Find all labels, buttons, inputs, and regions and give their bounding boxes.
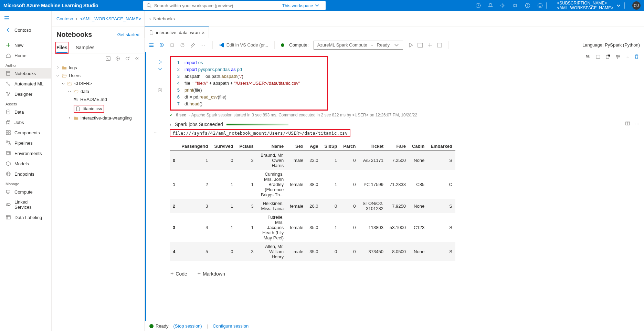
back-link[interactable]: Contoso <box>0 25 51 35</box>
file-tab[interactable]: interactive_data_wran× <box>145 27 209 38</box>
run-icon[interactable] <box>408 42 413 48</box>
nav-jobs[interactable]: Jobs <box>0 117 51 127</box>
smile-icon[interactable] <box>537 3 543 8</box>
chevron-down-icon[interactable] <box>158 66 162 71</box>
nav-home[interactable]: Home <box>0 50 51 61</box>
file-icon <box>76 106 81 111</box>
svg-rect-22 <box>6 141 8 142</box>
new-button[interactable]: New <box>0 40 51 50</box>
search-input[interactable] <box>154 3 282 8</box>
status-ready: Ready <box>156 323 169 329</box>
breadcrumb-link[interactable]: <AML_WORKSPACE_NAME> <box>80 16 141 21</box>
nav-data[interactable]: Data <box>0 107 51 117</box>
nav-compute[interactable]: Compute <box>0 187 51 197</box>
svg-point-11 <box>7 82 8 83</box>
tree-file-titanic[interactable]: titanic.csv <box>54 103 142 114</box>
variable-icon[interactable] <box>437 42 442 48</box>
tab-files[interactable]: Files <box>56 43 67 53</box>
stop-session-link[interactable]: (Stop session) <box>173 323 202 329</box>
menu-icon[interactable] <box>149 42 154 48</box>
nav-models[interactable]: Models <box>0 158 51 169</box>
popout-icon[interactable] <box>605 54 611 59</box>
delete-icon[interactable] <box>634 54 639 59</box>
tree-folder-user[interactable]: <USER> <box>54 80 142 87</box>
add-file-icon[interactable] <box>115 56 120 61</box>
clear-icon[interactable] <box>190 42 196 48</box>
table-header: SibSp <box>321 142 340 151</box>
tree-folder-users[interactable]: Users <box>54 72 142 80</box>
table-header: Name <box>257 142 287 151</box>
table-header: Pclass <box>236 142 256 151</box>
hamburger-icon[interactable] <box>0 13 51 25</box>
status-footer: Ready (Stop session) | Configure session <box>145 321 644 331</box>
markdown-icon[interactable]: M↓ <box>585 54 591 59</box>
panel-tabs: Files Samples <box>52 43 144 53</box>
nav-notebooks[interactable]: Notebooks <box>0 68 51 79</box>
language-selector[interactable]: Language: PySpark (Python) <box>582 42 640 48</box>
nav-designer[interactable]: Designer <box>0 89 51 99</box>
table-row: 4503Allen, Mr. William Henrymale35.00037… <box>170 242 455 261</box>
table-row: 0103Braund, Mr. Owen Harrismale22.010A/5… <box>170 151 455 170</box>
code-editor[interactable]: 1import os 2import pyspark.pandas as pd … <box>170 56 328 111</box>
tree-folder-logs[interactable]: logs <box>54 64 142 72</box>
more-icon[interactable]: ··· <box>154 130 158 135</box>
get-started-link[interactable]: Get started <box>117 32 139 37</box>
open-terminal-icon[interactable] <box>106 56 110 61</box>
notebook-content: › Notebooks interactive_data_wran× ··· E… <box>145 11 644 331</box>
search-scope[interactable]: This workspace <box>282 3 322 8</box>
more-icon[interactable]: ··· <box>200 42 206 48</box>
workspace-search[interactable]: This workspace <box>143 1 326 10</box>
nav-environments[interactable]: Environments <box>0 148 51 158</box>
table-row: 1211Cumings, Mrs. John Bradley (Florence… <box>170 170 455 199</box>
tree-file-readme[interactable]: M↓README.md <box>54 95 142 103</box>
add-markdown-button[interactable]: +Markdown <box>198 271 225 277</box>
tab-samples[interactable]: Samples <box>76 43 94 53</box>
nav-endpoints[interactable]: Endpoints <box>0 169 51 179</box>
gear-icon[interactable] <box>500 3 506 8</box>
nav-pipelines[interactable]: Pipelines <box>0 138 51 148</box>
collapse-icon[interactable] <box>135 56 139 61</box>
breadcrumb-link[interactable]: Contoso <box>56 16 73 21</box>
table-header: Fare <box>387 142 409 151</box>
workspace-switcher[interactable]: <SUBSCRIPTION_NAME> <AML_WORKSPACE_NAME> <box>557 1 613 10</box>
table-icon[interactable] <box>625 121 630 126</box>
stop-icon[interactable] <box>169 42 175 48</box>
table-row: 3411Futrelle, Mrs. Jacques Heath (Lily M… <box>170 213 455 242</box>
clock-icon[interactable] <box>475 3 481 8</box>
restart-icon[interactable] <box>180 42 185 48</box>
compute-label: Compute: <box>289 42 308 48</box>
spark-jobs-row[interactable]: › Spark jobs Succeeded ··· <box>170 120 640 129</box>
refresh-icon[interactable] <box>125 56 130 61</box>
svg-rect-25 <box>7 152 10 154</box>
terminal-icon[interactable] <box>418 42 423 48</box>
compute-selector[interactable]: AzureML Spark Compute-Ready <box>314 41 403 50</box>
section-manage: Manage <box>0 179 51 187</box>
section-assets: Assets <box>0 99 51 107</box>
exec-info: ✓6 sec - Apache Spark session started in… <box>170 113 640 117</box>
more-icon[interactable]: ··· <box>635 121 639 126</box>
bell-icon[interactable] <box>488 3 493 8</box>
user-avatar[interactable]: CU <box>632 1 641 10</box>
nav-components[interactable]: Components <box>0 127 51 138</box>
edit-vscode-button[interactable]: Edit in VS Code (pr... <box>219 42 268 48</box>
nav-automl[interactable]: Automated ML <box>0 79 51 89</box>
folder-icon <box>62 65 67 70</box>
plus-icon[interactable] <box>427 42 433 48</box>
run-cell-icon[interactable] <box>158 60 162 64</box>
run-all-icon[interactable] <box>159 42 165 48</box>
megaphone-icon[interactable] <box>513 3 518 8</box>
view-icon[interactable] <box>595 54 601 59</box>
add-code-button[interactable]: +Code <box>170 271 187 277</box>
top-bar: Microsoft Azure Machine Learning Studio … <box>0 0 644 11</box>
help-icon[interactable]: ? <box>525 3 530 8</box>
configure-session-link[interactable]: Configure session <box>213 323 249 329</box>
more-icon[interactable]: ··· <box>625 54 629 59</box>
settings-icon[interactable] <box>615 54 621 59</box>
table-header: Ticket <box>359 142 387 151</box>
tree-folder-idw[interactable]: interactive-data-wrangling <box>54 114 142 122</box>
svg-rect-37 <box>596 55 600 58</box>
close-icon[interactable]: × <box>202 30 204 35</box>
nav-labeling[interactable]: Data Labeling <box>0 212 51 223</box>
nav-linked[interactable]: Linked Services <box>0 197 51 212</box>
tree-folder-data[interactable]: data <box>54 87 142 95</box>
